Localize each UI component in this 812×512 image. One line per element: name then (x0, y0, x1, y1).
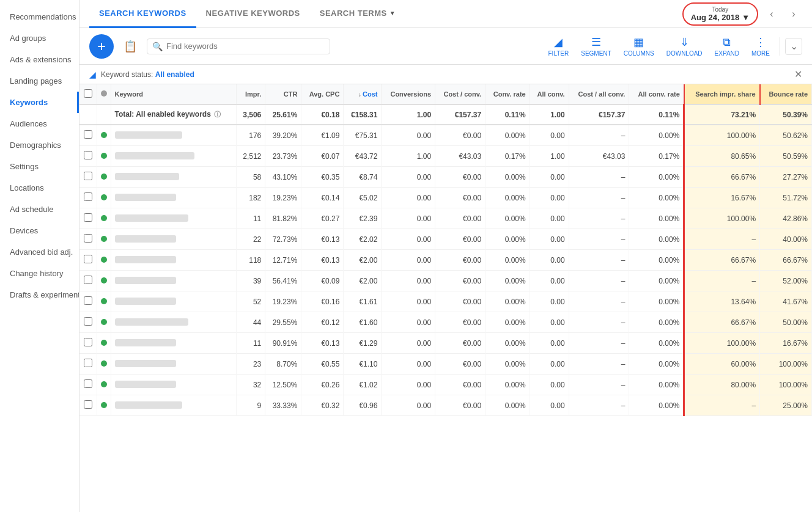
row-keyword[interactable]: keyword (111, 229, 236, 250)
header-conv-rate[interactable]: Conv. rate (485, 84, 530, 104)
row-checkbox-input[interactable] (84, 172, 92, 180)
search-box: 🔍 (147, 38, 330, 54)
add-button[interactable]: + (89, 34, 114, 59)
row-checkbox-input[interactable] (84, 400, 92, 409)
header-checkbox[interactable] (79, 84, 97, 104)
expand-dropdown-arrow[interactable]: ⌄ (785, 38, 802, 55)
sidebar-item-demographics[interactable]: Demographics (0, 134, 79, 156)
row-checkbox-input[interactable] (84, 317, 92, 326)
row-keyword[interactable]: keyword (111, 125, 236, 146)
row-impr: 11 (236, 208, 265, 229)
row-checkbox[interactable] (79, 167, 97, 188)
tab-search-keywords[interactable]: SEARCH KEYWORDS (89, 0, 196, 28)
search-input[interactable] (166, 42, 325, 51)
row-checkbox[interactable] (79, 188, 97, 208)
header-bounce-rate[interactable]: Bounce rate (760, 84, 812, 104)
filter-button[interactable]: ◢ FILTER (544, 33, 574, 59)
row-keyword[interactable]: keyword (111, 208, 236, 229)
sidebar-item-devices[interactable]: Devices (0, 220, 79, 241)
row-checkbox-input[interactable] (84, 151, 92, 159)
sidebar-item-advanced-bid[interactable]: Advanced bid adj. (0, 241, 79, 263)
row-checkbox-input[interactable] (84, 213, 92, 222)
prev-date-arrow[interactable]: ‹ (763, 5, 780, 23)
more-button[interactable]: ⋮ MORE (747, 33, 775, 59)
sidebar-item-locations[interactable]: Locations (0, 177, 79, 199)
row-keyword[interactable]: keyword (111, 291, 236, 312)
expand-button[interactable]: ⧉ EXPAND (710, 34, 744, 59)
row-checkbox[interactable] (79, 395, 97, 416)
header-cost[interactable]: ↓Cost (344, 84, 382, 104)
toolbar-actions: ◢ FILTER ☰ SEGMENT ▦ COLUMNS ⇓ DOWNLOAD … (544, 33, 802, 59)
columns-button[interactable]: ▦ COLUMNS (619, 33, 659, 59)
header-avg-cpc[interactable]: Avg. CPC (301, 84, 344, 104)
select-all-checkbox[interactable] (84, 89, 92, 98)
close-filter-button[interactable]: ✕ (794, 68, 802, 80)
row-checkbox[interactable] (79, 125, 97, 146)
sidebar-item-ad-schedule[interactable]: Ad schedule (0, 199, 79, 220)
row-checkbox-input[interactable] (84, 379, 92, 388)
row-checkbox-input[interactable] (84, 338, 92, 346)
sidebar-item-drafts[interactable]: Drafts & experiments (0, 284, 79, 305)
row-cost-conv: €0.00 (435, 312, 485, 333)
row-checkbox[interactable] (79, 291, 97, 312)
total-search-impr-share: 73.21% (684, 104, 760, 125)
row-keyword[interactable]: keyword (111, 250, 236, 271)
info-icon[interactable]: ⓘ (214, 111, 221, 118)
row-keyword[interactable]: keyword (111, 333, 236, 354)
sidebar-item-keywords[interactable]: Keywords (0, 92, 79, 113)
row-keyword[interactable]: keyword (111, 354, 236, 375)
sidebar-item-ads-extensions[interactable]: Ads & extensions (0, 49, 79, 70)
row-keyword[interactable]: keyword (111, 312, 236, 333)
sidebar-item-change-history[interactable]: Change history (0, 263, 79, 284)
row-checkbox[interactable] (79, 250, 97, 271)
row-bounce-rate: 41.67% (760, 291, 812, 312)
row-checkbox[interactable] (79, 146, 97, 167)
row-keyword[interactable]: keyword (111, 188, 236, 208)
header-cost-conv[interactable]: Cost / conv. (435, 84, 485, 104)
tab-search-terms[interactable]: SEARCH TERMS ▼ (310, 0, 405, 28)
row-keyword[interactable]: keyword (111, 271, 236, 291)
header-conversions[interactable]: Conversions (382, 84, 435, 104)
header-ctr[interactable]: CTR (265, 84, 301, 104)
green-status-dot (101, 174, 107, 180)
header-all-conv[interactable]: All conv. (530, 84, 569, 104)
row-checkbox[interactable] (79, 229, 97, 250)
header-keyword[interactable]: Keyword (111, 84, 236, 104)
segment-button[interactable]: ☰ SEGMENT (576, 33, 616, 59)
sidebar-item-landing-pages[interactable]: Landing pages (0, 70, 79, 92)
row-keyword[interactable]: keyword (111, 146, 236, 167)
download-button[interactable]: ⇓ DOWNLOAD (662, 33, 707, 59)
row-cost-conv: €0.00 (435, 395, 485, 416)
row-checkbox[interactable] (79, 208, 97, 229)
row-keyword[interactable]: keyword (111, 395, 236, 416)
row-keyword[interactable]: keyword (111, 167, 236, 188)
sidebar-item-ad-groups[interactable]: Ad groups (0, 27, 79, 49)
header-all-conv-rate[interactable]: All conv. rate (629, 84, 684, 104)
row-checkbox[interactable] (79, 354, 97, 375)
row-checkbox-input[interactable] (84, 130, 92, 139)
row-conversions: 0.00 (382, 125, 435, 146)
sidebar: Recommendations Ad groups Ads & extensio… (0, 0, 79, 512)
clipboard-icon[interactable]: 📋 (119, 37, 142, 56)
row-checkbox-input[interactable] (84, 255, 92, 263)
row-checkbox-input[interactable] (84, 276, 92, 284)
row-checkbox[interactable] (79, 375, 97, 395)
row-checkbox-input[interactable] (84, 234, 92, 243)
header-impr[interactable]: Impr. (236, 84, 265, 104)
row-checkbox[interactable] (79, 312, 97, 333)
row-checkbox-input[interactable] (84, 359, 92, 367)
sidebar-item-settings[interactable]: Settings (0, 156, 79, 177)
header-cost-all-conv[interactable]: Cost / all conv. (569, 84, 629, 104)
search-icon: 🔍 (152, 42, 163, 51)
sidebar-item-audiences[interactable]: Audiences (0, 113, 79, 134)
row-checkbox[interactable] (79, 333, 97, 354)
date-range-selector[interactable]: Today Aug 24, 2018 ▼ (682, 2, 758, 26)
sidebar-item-recommendations[interactable]: Recommendations (0, 6, 79, 27)
next-date-arrow[interactable]: › (785, 5, 802, 23)
row-checkbox-input[interactable] (84, 192, 92, 201)
tab-negative-keywords[interactable]: NEGATIVE KEYWORDS (196, 0, 310, 28)
row-checkbox-input[interactable] (84, 296, 92, 305)
row-checkbox[interactable] (79, 271, 97, 291)
header-search-impr-share[interactable]: Search impr. share (684, 84, 760, 104)
row-keyword[interactable]: keyword (111, 375, 236, 395)
